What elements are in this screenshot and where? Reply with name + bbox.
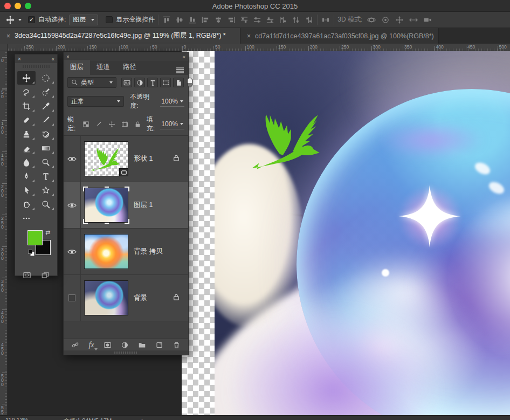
horizontal-ruler[interactable]: 2502001501005005010015020025030035040045… — [8, 44, 510, 51]
blend-mode-dropdown[interactable]: 正常 — [67, 96, 124, 107]
dist-vcenter-button[interactable] — [252, 15, 262, 25]
panel-drag-handle[interactable] — [23, 64, 50, 69]
filter-toggle-switch[interactable] — [187, 78, 192, 87]
foreground-color-swatch[interactable] — [27, 230, 43, 245]
panel-close-icon[interactable]: × — [18, 56, 21, 62]
lock-pixels-button[interactable] — [94, 119, 104, 129]
tab-layers[interactable]: 图层 — [64, 60, 90, 75]
dist-hcenter-button[interactable] — [291, 15, 301, 25]
pen-tool[interactable] — [17, 169, 36, 183]
layer-row[interactable]: 背景 — [64, 275, 188, 321]
delete-layer-button[interactable] — [173, 341, 181, 349]
close-document-icon[interactable]: × — [6, 32, 10, 40]
clone-stamp-tool[interactable] — [17, 127, 36, 141]
document-tab-active[interactable]: × 3dea34c1159845d2a47287e5c16fc49e.jpg @… — [0, 28, 240, 44]
move-tool[interactable] — [17, 71, 36, 85]
filter-smart-objects-button[interactable] — [173, 78, 184, 87]
panel-resize-grip[interactable] — [64, 350, 188, 355]
layer-row[interactable]: 背景 拷贝 — [64, 229, 188, 275]
dist-bottom-button[interactable] — [265, 15, 275, 25]
align-hcenter-button[interactable] — [213, 15, 223, 25]
dist-right-button[interactable] — [304, 15, 314, 25]
layer-row[interactable]: 图层 1 — [64, 182, 188, 229]
3d-pan-button[interactable] — [395, 15, 404, 25]
align-vcenter-button[interactable] — [175, 15, 184, 25]
filter-type-dropdown[interactable]: 类型 — [67, 77, 116, 88]
layer-row[interactable]: 形状 1 — [64, 136, 188, 182]
align-left-button[interactable] — [201, 15, 210, 25]
eraser-tool[interactable] — [17, 141, 36, 155]
brush-tool[interactable] — [37, 113, 55, 127]
path-select-tool[interactable] — [17, 183, 36, 197]
filter-pixel-layers-button[interactable] — [121, 78, 132, 87]
lasso-tool[interactable] — [17, 85, 36, 99]
zoom-percentage[interactable]: 119.13% — [5, 417, 29, 420]
panel-close-icon[interactable]: × — [66, 54, 70, 60]
document-tab-inactive[interactable]: × cd7a1fd7d1ce4397a61ac73af035cf08.jpg @… — [240, 28, 439, 44]
swap-colors-icon[interactable]: ⇄ — [45, 229, 50, 236]
fill-dropdown[interactable]: 100% — [160, 119, 184, 129]
3d-orbit-button[interactable] — [367, 15, 376, 25]
eyedropper-tool[interactable] — [37, 99, 55, 113]
layer-style-button[interactable]: fx — [88, 341, 94, 349]
close-document-icon[interactable]: × — [247, 32, 251, 40]
lock-transparent-button[interactable] — [81, 119, 91, 129]
vertical-ruler[interactable]: 050100150200250300350400450500550 — [0, 51, 8, 415]
layer-name[interactable]: 图层 1 — [134, 201, 188, 210]
layer-visibility-toggle[interactable] — [64, 229, 81, 274]
shape-layer-bird[interactable] — [248, 105, 330, 175]
document-image[interactable] — [215, 51, 510, 415]
document-info[interactable]: 文档:1.04M/5.17M — [64, 417, 112, 420]
dist-top-button[interactable] — [239, 15, 249, 25]
auto-select-checkbox[interactable]: ✓ — [28, 16, 35, 23]
layer-visibility-toggle[interactable] — [64, 136, 81, 182]
hand-tool[interactable] — [17, 197, 36, 211]
screen-mode-button[interactable] — [40, 270, 50, 280]
3d-camera-button[interactable] — [423, 15, 432, 25]
type-tool[interactable] — [37, 169, 55, 183]
tool-preset-chevron[interactable] — [18, 19, 22, 21]
healing-brush-tool[interactable] — [17, 113, 36, 127]
layer-thumbnail[interactable] — [84, 188, 128, 223]
opacity-dropdown[interactable]: 100% — [160, 96, 184, 107]
align-top-button[interactable] — [162, 15, 171, 25]
crop-tool[interactable] — [17, 99, 36, 113]
layer-name[interactable]: 形状 1 — [134, 154, 173, 163]
new-adjustment-layer-button[interactable] — [121, 341, 129, 349]
layer-visibility-toggle[interactable] — [64, 182, 81, 228]
ruler-origin-corner[interactable] — [0, 44, 8, 51]
panel-collapse-icon[interactable]: « — [51, 56, 54, 62]
quick-mask-button[interactable] — [22, 270, 32, 280]
layer-name[interactable]: 背景 — [134, 293, 173, 302]
3d-slide-button[interactable] — [409, 15, 418, 25]
lock-position-button[interactable] — [107, 119, 117, 129]
marquee-tool[interactable] — [37, 71, 55, 85]
filter-shape-layers-button[interactable] — [160, 78, 171, 87]
distribute-spacing-button[interactable] — [321, 15, 330, 25]
gradient-tool[interactable] — [37, 141, 55, 155]
layer-thumbnail[interactable] — [84, 280, 128, 315]
filter-adjustment-layers-button[interactable] — [134, 78, 145, 87]
status-chevron[interactable]: › — [141, 417, 143, 420]
panel-collapse-icon[interactable]: « — [182, 54, 185, 60]
add-layer-mask-button[interactable] — [104, 341, 112, 349]
tab-paths[interactable]: 路径 — [116, 60, 143, 75]
blur-tool[interactable] — [17, 155, 36, 169]
align-right-button[interactable] — [226, 15, 236, 25]
new-group-button[interactable] — [138, 341, 146, 349]
dodge-tool[interactable] — [37, 155, 55, 169]
default-colors-icon[interactable] — [28, 250, 35, 256]
layer-thumbnail[interactable] — [84, 234, 128, 269]
quick-select-tool[interactable] — [37, 85, 55, 99]
lock-all-button[interactable] — [133, 119, 143, 129]
more-tools-tool[interactable] — [17, 211, 36, 225]
new-layer-button[interactable] — [155, 341, 163, 349]
panel-menu-icon[interactable] — [172, 67, 188, 75]
layer-name[interactable]: 背景 拷贝 — [134, 247, 188, 256]
layer-visibility-toggle[interactable] — [64, 275, 81, 321]
auto-select-dropdown[interactable]: 图层 — [69, 15, 98, 25]
show-transform-checkbox[interactable] — [106, 16, 113, 23]
tab-channels[interactable]: 通道 — [90, 60, 116, 75]
zoom-tool[interactable] — [37, 197, 55, 211]
dist-left-button[interactable] — [278, 15, 288, 25]
